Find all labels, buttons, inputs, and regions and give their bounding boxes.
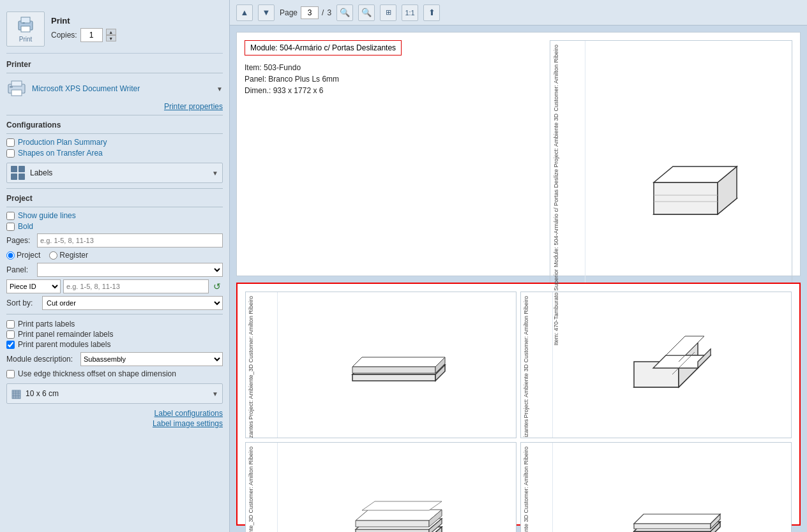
register-radio-label[interactable]: Register bbox=[49, 251, 88, 260]
item-rot-3-0: Customer: Amilton Ribeiro bbox=[522, 447, 551, 514]
pages-input[interactable] bbox=[37, 233, 223, 248]
config-divider2 bbox=[6, 133, 223, 134]
printer-row[interactable]: Microsoft XPS Document Writer ▼ bbox=[6, 77, 223, 100]
sort-by-label: Sort by: bbox=[6, 299, 38, 307]
content-area: Module: 504-Armário c/ Portas Deslizante… bbox=[230, 26, 807, 532]
configurations-label: Configurations bbox=[6, 121, 223, 129]
panel-label: Panel: Branco Plus Ls 6mm bbox=[245, 75, 543, 84]
svg-rect-7 bbox=[10, 86, 13, 88]
svg-marker-17 bbox=[352, 357, 445, 367]
project-divider2 bbox=[6, 207, 223, 207]
item-sketch-0 bbox=[278, 292, 516, 438]
copies-up[interactable]: ▲ bbox=[106, 29, 116, 35]
item-rotated-col-1: Customer: Amilton Ribeiro Project: Ambie… bbox=[521, 292, 553, 438]
bold-row: Bold bbox=[6, 222, 223, 231]
edge-label: Use edge thickness offset on shape dimen… bbox=[18, 369, 176, 378]
item-card-0: Customer: Amilton Ribeiro Project: Ambie… bbox=[245, 292, 517, 438]
printer-section-label: Printer bbox=[6, 60, 223, 69]
actual-size-button[interactable]: 1:1 bbox=[402, 4, 418, 21]
piece-id-select[interactable]: Piece ID bbox=[6, 279, 61, 293]
show-guide-lines-row: Show guide lines bbox=[6, 211, 223, 220]
shapes-transfer-checkbox[interactable] bbox=[6, 149, 15, 158]
sort-by-select[interactable]: Cut order bbox=[42, 296, 223, 310]
module-desc-select[interactable]: Subassembly bbox=[80, 352, 223, 366]
svg-rect-6 bbox=[11, 90, 22, 96]
page-current-input[interactable] bbox=[301, 6, 319, 19]
page-total: 3 bbox=[327, 8, 331, 17]
copies-row: Copies: ▲ ▼ bbox=[51, 28, 223, 42]
register-radio[interactable] bbox=[49, 251, 57, 260]
svg-marker-41 bbox=[634, 514, 720, 524]
print-button[interactable]: Print bbox=[6, 11, 45, 47]
label-image-settings-link[interactable]: Label image settings bbox=[6, 419, 223, 428]
module-label: Module: 504-Armário c/ Portas Deslizante… bbox=[250, 43, 396, 52]
copies-input[interactable] bbox=[80, 28, 103, 42]
svg-rect-1 bbox=[21, 17, 30, 23]
project-radio-label[interactable]: Project bbox=[6, 251, 40, 260]
page-card-1: Module: 504-Armário c/ Portas Deslizante… bbox=[236, 32, 801, 276]
labels-dropdown-row[interactable]: Labels ▼ bbox=[6, 163, 223, 183]
item-rotated-col-2: Customer: Amilton Ribeiro Project: Ambie… bbox=[246, 443, 278, 532]
svg-rect-3 bbox=[22, 22, 25, 24]
item-svg-3 bbox=[621, 480, 723, 532]
size-text: 10 x 6 cm bbox=[26, 389, 208, 398]
svg-marker-37 bbox=[362, 501, 442, 510]
item-rot-0-0: Customer: Amilton Ribeiro bbox=[247, 296, 276, 363]
shape-svg-1 bbox=[635, 163, 743, 227]
item-rot-0-2: Module: 504-Armário c/ Portas Deslizante… bbox=[247, 421, 276, 438]
item-rotated-col-3: Customer: Amilton Ribeiro Project: Ambie… bbox=[521, 443, 553, 532]
module-desc-row: Module description: Subassembly bbox=[6, 352, 223, 366]
print-panel-checkbox[interactable] bbox=[6, 330, 15, 339]
edge-check-row: Use edge thickness offset on shape dimen… bbox=[6, 369, 223, 378]
print-parent-row: Print parent modules labels bbox=[6, 340, 223, 349]
size-dropdown-arrow: ▼ bbox=[212, 390, 218, 397]
grid-cell-4 bbox=[19, 174, 25, 180]
svg-rect-5 bbox=[11, 81, 22, 86]
print-parts-label: Print parts labels bbox=[18, 320, 75, 329]
svg-marker-34 bbox=[356, 510, 442, 521]
item-rot-1-0: Customer: Amilton Ribeiro bbox=[522, 296, 551, 363]
panel-select[interactable] bbox=[37, 263, 223, 277]
item-svg-1 bbox=[621, 323, 723, 406]
printer-name: Microsoft XPS Document Writer bbox=[32, 84, 140, 93]
item-rot-1-2: Module: 504-Armário c/ Portas Deslizante… bbox=[522, 419, 551, 438]
project-radio[interactable] bbox=[6, 251, 15, 260]
print-panel-label: Print panel remainder labels bbox=[18, 330, 113, 339]
print-parts-checkbox[interactable] bbox=[6, 320, 15, 329]
items-grid: Customer: Amilton Ribeiro Project: Ambie… bbox=[245, 292, 792, 532]
svg-marker-42 bbox=[634, 524, 711, 529]
rotated-text-2: Module: 504-Armário c/ Portas Deslize bbox=[552, 169, 583, 267]
svg-marker-35 bbox=[356, 521, 429, 527]
show-guide-lines-checkbox[interactable] bbox=[6, 212, 15, 220]
fit-button[interactable]: ⊞ bbox=[380, 4, 396, 21]
print-section: Print Print Copies: ▲ ▼ bbox=[6, 6, 223, 54]
printer-dropdown-arrow[interactable]: ▼ bbox=[216, 85, 223, 92]
toolbar: ▲ ▼ Page / 3 🔍 🔍 ⊞ 1:1 ⬆ bbox=[230, 0, 807, 26]
edge-checkbox[interactable] bbox=[6, 370, 15, 378]
nav-up-button[interactable]: ▲ bbox=[236, 4, 253, 21]
rotated-col: Customer: Amilton Ribeiro Project: Ambie… bbox=[550, 41, 585, 350]
zoom-out-button[interactable]: 🔍 bbox=[358, 4, 375, 21]
bottom-links: Label configurations Label image setting… bbox=[6, 409, 223, 428]
bold-checkbox[interactable] bbox=[6, 223, 15, 231]
page-info: Page / 3 bbox=[280, 6, 331, 19]
print-parent-checkbox[interactable] bbox=[6, 341, 15, 349]
svg-marker-32 bbox=[356, 529, 429, 532]
nav-down-button[interactable]: ▼ bbox=[258, 4, 275, 21]
config-divider bbox=[6, 115, 223, 115]
production-plan-checkbox[interactable] bbox=[6, 138, 15, 147]
zoom-in-button[interactable]: 🔍 bbox=[336, 4, 353, 21]
piece-id-input[interactable] bbox=[63, 279, 209, 293]
refresh-icon[interactable]: ↺ bbox=[211, 281, 223, 292]
print-parts-row: Print parts labels bbox=[6, 320, 223, 329]
grid-cell-2 bbox=[19, 166, 25, 172]
printer-properties-link[interactable]: Printer properties bbox=[6, 102, 223, 111]
export-button[interactable]: ⬆ bbox=[423, 4, 440, 21]
shapes-transfer-label: Shapes on Transfer Area bbox=[18, 149, 103, 158]
size-row[interactable]: ▦ 10 x 6 cm ▼ bbox=[6, 383, 223, 404]
label-configurations-link[interactable]: Label configurations bbox=[6, 409, 223, 418]
copies-down[interactable]: ▼ bbox=[106, 35, 116, 41]
project-section-label: Project bbox=[6, 194, 223, 203]
show-guide-lines-label: Show guide lines bbox=[18, 211, 76, 220]
svg-rect-2 bbox=[21, 26, 30, 32]
